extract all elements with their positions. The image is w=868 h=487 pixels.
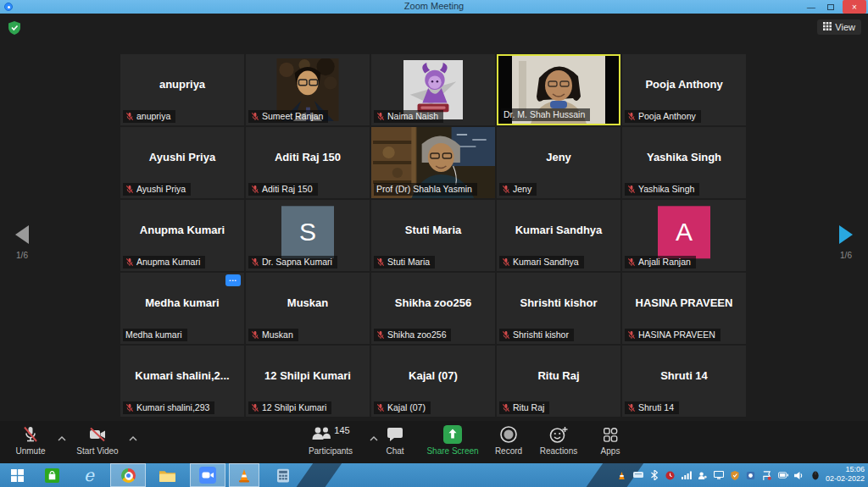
tray-network-icon[interactable] bbox=[681, 469, 692, 481]
participant-display-name: HASINA PRAVEEN bbox=[622, 273, 746, 332]
window-titlebar: Zoom Meeting — × bbox=[0, 0, 868, 14]
next-page-control[interactable]: 1/6 bbox=[829, 225, 863, 260]
tray-messaging-icon[interactable] bbox=[632, 469, 643, 481]
participant-tile[interactable]: HASINA PRAVEENHASINA PRAVEEN bbox=[622, 273, 746, 344]
video-options-chevron[interactable] bbox=[129, 429, 137, 445]
file-explorer-icon[interactable] bbox=[153, 463, 181, 487]
participants-count: 145 bbox=[334, 425, 349, 435]
vlc-taskbar-button[interactable] bbox=[229, 463, 259, 487]
unmute-button[interactable]: Unmute bbox=[4, 424, 57, 456]
tray-security-icon[interactable] bbox=[729, 469, 740, 481]
reactions-button[interactable]: Reactions bbox=[534, 424, 583, 456]
participant-tile[interactable]: Prof (Dr) Shahla Yasmin bbox=[371, 127, 495, 198]
taskbar-clock[interactable]: 15:06 02-02-2022 bbox=[826, 465, 865, 484]
wallpaper-streak bbox=[292, 463, 344, 487]
start-video-label: Start Video bbox=[76, 446, 118, 456]
chat-button[interactable]: Chat bbox=[378, 424, 412, 456]
tray-notifications-icon[interactable] bbox=[761, 469, 772, 481]
participant-tile[interactable]: anupriyaanupriya bbox=[120, 54, 244, 125]
participant-tile[interactable]: Shikha zoo256Shikha zoo256 bbox=[371, 273, 495, 344]
participant-display-name: Pooja Anthony bbox=[622, 54, 746, 113]
minimize-button[interactable]: — bbox=[802, 0, 821, 14]
window-title: Zoom Meeting bbox=[0, 1, 868, 11]
participant-tile[interactable]: 12 Shilpi Kumari12 Shilpi Kumari bbox=[246, 346, 370, 417]
tray-graphics-icon[interactable] bbox=[745, 469, 756, 481]
previous-page-arrow-icon bbox=[15, 225, 29, 244]
muted-microphone-icon bbox=[627, 403, 636, 412]
view-button[interactable]: View bbox=[817, 19, 861, 35]
participant-tile[interactable]: SDr. Sapna Kumari bbox=[246, 200, 370, 271]
participant-tile[interactable]: Kumari SandhyaKumari Sandhya bbox=[497, 200, 620, 271]
chrome-taskbar-button[interactable] bbox=[110, 463, 146, 487]
avatar-letter: S bbox=[299, 218, 316, 246]
muted-microphone-icon bbox=[251, 330, 259, 340]
start-button[interactable] bbox=[3, 463, 31, 487]
calculator-icon[interactable] bbox=[270, 463, 297, 487]
tray-audio-device-icon[interactable] bbox=[697, 469, 708, 481]
participant-display-name: Stuti Maria bbox=[371, 200, 495, 259]
participant-tile[interactable]: Naima Naish bbox=[371, 54, 495, 125]
internet-explorer-icon[interactable]: e bbox=[76, 463, 102, 487]
microphone-muted-icon bbox=[21, 424, 40, 445]
audio-options-chevron[interactable] bbox=[58, 429, 66, 445]
tray-display-icon[interactable] bbox=[713, 469, 724, 481]
participant-tile[interactable]: Pooja AnthonyPooja Anthony bbox=[622, 54, 746, 125]
tray-power-icon[interactable] bbox=[777, 469, 788, 481]
muted-microphone-icon bbox=[376, 257, 385, 267]
chrome-icon bbox=[121, 468, 136, 483]
screen: Zoom Meeting — × View anupriyaanupriya S… bbox=[0, 0, 868, 487]
share-screen-label: Share Screen bbox=[426, 446, 478, 456]
participant-name-label: Sumeet Ranjan bbox=[248, 110, 328, 123]
record-button[interactable]: Record bbox=[489, 424, 528, 456]
participant-name-label: 12 Shilpi Kumari bbox=[248, 401, 331, 414]
security-shield-icon[interactable] bbox=[8, 21, 20, 38]
participant-tile[interactable]: JenyJeny bbox=[497, 127, 620, 198]
record-label: Record bbox=[495, 446, 522, 456]
tray-vlc-icon[interactable] bbox=[616, 469, 627, 481]
clock-date: 02-02-2022 bbox=[826, 474, 865, 484]
participant-tile[interactable]: AAnjali Ranjan bbox=[622, 200, 746, 271]
participants-options-chevron[interactable] bbox=[370, 429, 378, 445]
participant-tile[interactable]: Shruti 14Shruti 14 bbox=[622, 346, 746, 417]
participant-tile[interactable]: Kumari shalini,2...Kumari shalini,293 bbox=[120, 346, 244, 417]
grid-view-icon bbox=[823, 22, 832, 32]
participant-name-label: Prof (Dr) Shahla Yasmin bbox=[374, 183, 477, 196]
zoom-taskbar-button[interactable] bbox=[190, 463, 225, 487]
participant-tile[interactable]: Ayushi PriyaAyushi Priya bbox=[120, 127, 244, 198]
participants-button[interactable]: 145 Participants bbox=[295, 424, 366, 456]
windows-store-icon[interactable] bbox=[39, 463, 64, 487]
participant-tile[interactable]: Stuti MariaStuti Maria bbox=[371, 200, 495, 271]
tray-bluetooth-icon[interactable] bbox=[648, 469, 659, 481]
more-options-button[interactable]: ••• bbox=[225, 274, 241, 286]
share-screen-button[interactable]: Share Screen bbox=[422, 424, 483, 456]
participant-tile[interactable]: Anupma KumariAnupma Kumari bbox=[120, 200, 244, 271]
tray-volume-icon[interactable] bbox=[793, 469, 804, 481]
apps-button[interactable]: Apps bbox=[593, 424, 628, 456]
participant-tile[interactable]: Kajal (07)Kajal (07) bbox=[371, 346, 495, 417]
muted-microphone-icon bbox=[502, 185, 510, 194]
start-video-button[interactable]: Start Video bbox=[68, 424, 127, 456]
participant-tile[interactable]: Dr. M. Shah Hussain bbox=[497, 54, 620, 125]
close-button[interactable]: × bbox=[843, 0, 866, 14]
participant-tile[interactable]: MuskanMuskan bbox=[246, 273, 370, 344]
participants-label: Participants bbox=[309, 446, 353, 456]
tray-time-sync-icon[interactable] bbox=[665, 469, 676, 481]
participant-tile[interactable]: Medha kumari•••Medha kumari bbox=[120, 273, 244, 344]
muted-microphone-icon bbox=[125, 112, 134, 121]
participant-tile[interactable]: Shrishti kishorShrishti kishor bbox=[497, 273, 620, 344]
participant-name-label: Dr. Sapna Kumari bbox=[248, 256, 337, 268]
meeting-toolbar: Unmute Start Video 145 Participants C bbox=[0, 421, 868, 463]
participant-label-text: Ritu Raj bbox=[513, 402, 544, 412]
previous-page-control[interactable]: 1/6 bbox=[5, 225, 39, 260]
participant-label-text: Anupma Kumari bbox=[136, 257, 200, 267]
tray-touchpad-icon[interactable] bbox=[810, 469, 821, 481]
participant-name-label: Aditi Raj 150 bbox=[248, 183, 318, 196]
muted-microphone-icon bbox=[125, 185, 134, 194]
participant-tile[interactable]: Sumeet Ranjan bbox=[246, 54, 370, 125]
participant-tile[interactable]: Aditi Raj 150Aditi Raj 150 bbox=[246, 127, 370, 198]
muted-microphone-icon bbox=[502, 330, 510, 340]
participant-tile[interactable]: Ritu RajRitu Raj bbox=[497, 346, 620, 417]
participant-label-text: Medha kumari bbox=[125, 329, 182, 340]
maximize-button[interactable] bbox=[821, 0, 840, 14]
participant-tile[interactable]: Yashika SinghYashika Singh bbox=[622, 127, 746, 198]
